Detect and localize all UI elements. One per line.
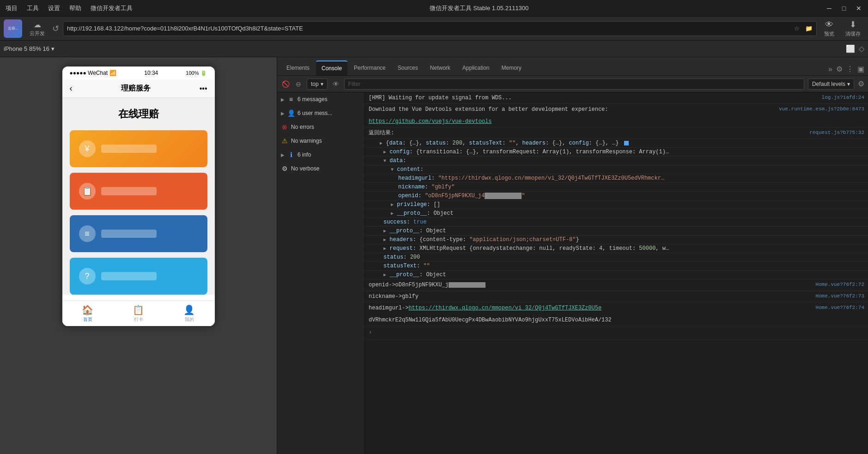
maximize-button[interactable]: □ <box>840 5 848 12</box>
log-source-headimgurl[interactable]: Home.vue?76f2:74 <box>815 304 864 312</box>
preview-button[interactable]: 👁 预览 <box>820 18 838 39</box>
checkin-tab-icon: 📋 <box>133 304 144 315</box>
console-clear-button[interactable]: 🚫 <box>281 79 290 89</box>
phone-tab-home[interactable]: 🏠 首页 <box>82 304 93 323</box>
expand-icon-3: ▶ <box>281 152 285 157</box>
phone-tab-mine[interactable]: 👤 我的 <box>183 304 195 323</box>
phone-page-title: 在线理赔 <box>70 107 207 121</box>
user-messages-icon: 👤 <box>287 109 295 117</box>
headimgurl-link[interactable]: https://thirdwx.qlogo.cn/mmopen/vi_32/Q0… <box>408 305 601 311</box>
console-item-info[interactable]: ▶ ℹ 6 info <box>277 148 364 162</box>
console-item-warnings[interactable]: ⚠ No warnings <box>277 134 364 148</box>
window-controls[interactable]: ─ □ ✕ <box>826 5 862 12</box>
phone-signal: ●●●●● WeChat <box>70 70 108 76</box>
menu-help[interactable]: 帮助 <box>69 4 81 12</box>
expand-icon: ▶ <box>281 97 285 102</box>
log-entry-openid: openid->oD8nF5jpNF9KXU_j Home.vue?76f2:7… <box>365 279 868 291</box>
cloud-icon: ☁ <box>34 20 41 29</box>
reload-button[interactable]: ↺ <box>52 24 59 34</box>
phone-tab-checkin[interactable]: 📋 打卡 <box>133 304 144 323</box>
tab-network[interactable]: Network <box>425 61 456 75</box>
console-item-user-messages[interactable]: ▶ 👤 6 user mess... <box>277 106 364 120</box>
log-source-openid[interactable]: Home.vue?76f2:72 <box>815 281 864 289</box>
devtools-screenshot-icon[interactable]: ▣ <box>857 65 864 73</box>
menu-bar[interactable]: 项目 工具 设置 帮助 微信开发者工具 <box>6 4 133 12</box>
console-eye-button[interactable]: 👁 <box>331 79 340 89</box>
tab-elements[interactable]: Elements <box>281 61 315 75</box>
rotate-icon[interactable]: ◇ <box>859 44 864 53</box>
no-warnings-label: No warnings <box>291 138 322 144</box>
log-source-hmr[interactable]: log.js?1afd:24 <box>822 94 864 102</box>
phone-nav-bar: ‹ 理赔服务 ••• <box>62 79 215 98</box>
console-item-errors[interactable]: ⊗ No errors <box>277 120 364 134</box>
devtools-panel: Elements Console Performance Sources Net… <box>277 57 868 454</box>
console-item-verbose[interactable]: ⚙ No verbose <box>277 162 364 176</box>
tree-proto-2: ▶ __proto__: Object <box>365 227 868 236</box>
folder-icon[interactable]: 📁 <box>805 25 813 32</box>
phone-more-button[interactable]: ••• <box>200 85 207 93</box>
console-settings-button[interactable]: ⚙ <box>858 79 864 88</box>
tab-sources[interactable]: Sources <box>392 61 424 75</box>
console-levels-label: Default levels <box>812 81 845 87</box>
messages-icon: ≡ <box>287 96 295 103</box>
url-bar: http://192.168.43.122/home?code=011h8i20… <box>63 21 817 36</box>
console-filter-input[interactable]: Filter <box>344 79 804 90</box>
devtools-settings-icon[interactable]: ⚙ <box>836 65 843 73</box>
phone-back-button[interactable]: ‹ <box>70 84 73 93</box>
menu-project[interactable]: 项目 <box>6 4 18 12</box>
clear-cache-button[interactable]: ⬇ 清缓存 <box>842 18 864 39</box>
bookmark-icon[interactable]: ☆ <box>794 25 800 32</box>
console-log-area[interactable]: [HMR] Waiting for update signal from WDS… <box>365 92 868 454</box>
menu-settings[interactable]: 设置 <box>48 4 60 12</box>
chevron-down-icon: ▾ <box>321 81 323 87</box>
phone-btn-1-text <box>101 145 157 153</box>
device-label[interactable]: iPhone 5 85% 16 ▾ <box>4 45 55 52</box>
phone-btn-1[interactable]: ¥ <box>70 130 207 167</box>
log-text-vue-1: Download the Vue Devtools extension for … <box>369 105 779 114</box>
log-source-nickname[interactable]: Home.vue?76f2:73 <box>815 292 864 300</box>
tab-application[interactable]: Application <box>457 61 495 75</box>
phone-time: 10:34 <box>144 70 158 76</box>
console-collapse-button[interactable]: ⊖ <box>294 79 303 89</box>
screen-icon[interactable]: ⬜ <box>846 44 855 53</box>
tab-memory[interactable]: Memory <box>496 61 527 75</box>
cloud-dev-button[interactable]: ☁ 云开发 <box>26 18 49 39</box>
phone-btn-3-text <box>101 230 157 238</box>
log-entry-vue: Download the Vue Devtools extension for … <box>365 104 868 127</box>
menu-tools[interactable]: 工具 <box>27 4 39 12</box>
tab-console[interactable]: Console <box>316 61 347 75</box>
phone-btn-4[interactable]: ? <box>70 258 207 295</box>
preview-label: 预览 <box>824 30 834 37</box>
verbose-icon: ⚙ <box>281 165 288 172</box>
prompt-arrow-icon: › <box>369 328 372 337</box>
clear-label: 清缓存 <box>845 30 861 37</box>
main-content: ●●●●● WeChat 📶 10:34 100% 🔋 ‹ 理赔服务 ••• 在… <box>0 57 868 454</box>
menu-wechat-devtools[interactable]: 微信开发者工具 <box>91 4 133 12</box>
console-levels-select[interactable]: Default levels ▾ <box>808 79 854 90</box>
devtools-more-icon[interactable]: ⋮ <box>846 65 854 73</box>
console-input[interactable] <box>376 327 864 337</box>
no-errors-label: No errors <box>291 124 314 130</box>
log-source-vue[interactable]: vue.runtime.esm.js?2b0e:8473 <box>779 105 864 114</box>
console-item-all-messages[interactable]: ▶ ≡ 6 messages <box>277 92 364 106</box>
more-tabs-icon[interactable]: » <box>828 65 832 73</box>
log-text-headimgurl: headimgurl->https://thirdwx.qlogo.cn/mmo… <box>369 304 815 312</box>
tree-data: ▼ data: <box>365 157 868 165</box>
phone-btn-4-text <box>101 272 157 280</box>
log-text-headimgurl-2: dVRhmckrE2q5Nw1lGQia5fAbU0UecgPx4DBwAaob… <box>369 316 612 324</box>
minimize-button[interactable]: ─ <box>826 5 833 12</box>
tree-proto-3: ▶ __proto__: Object <box>365 271 868 279</box>
tab-performance[interactable]: Performance <box>348 61 391 75</box>
phone-btn-2[interactable]: 📋 <box>70 173 207 210</box>
phone-btn-3-icon: ≡ <box>79 225 96 242</box>
log-entry-input[interactable]: › <box>365 326 868 340</box>
close-button[interactable]: ✕ <box>855 5 862 12</box>
console-context-select[interactable]: top ▾ <box>307 79 328 90</box>
redacted-bar <box>485 193 522 199</box>
checkin-tab-label: 打卡 <box>134 316 143 323</box>
console-message-list: ▶ ≡ 6 messages ▶ 👤 6 user mess... ⊗ No e… <box>277 92 365 454</box>
log-source-result[interactable]: request.js?b775:32 <box>809 129 864 137</box>
url-text: http://192.168.43.122/home?code=011h8i20… <box>67 25 790 32</box>
log-url-vue[interactable]: https://github.com/vuejs/vue-devtools <box>369 117 492 126</box>
phone-btn-3[interactable]: ≡ <box>70 215 207 252</box>
